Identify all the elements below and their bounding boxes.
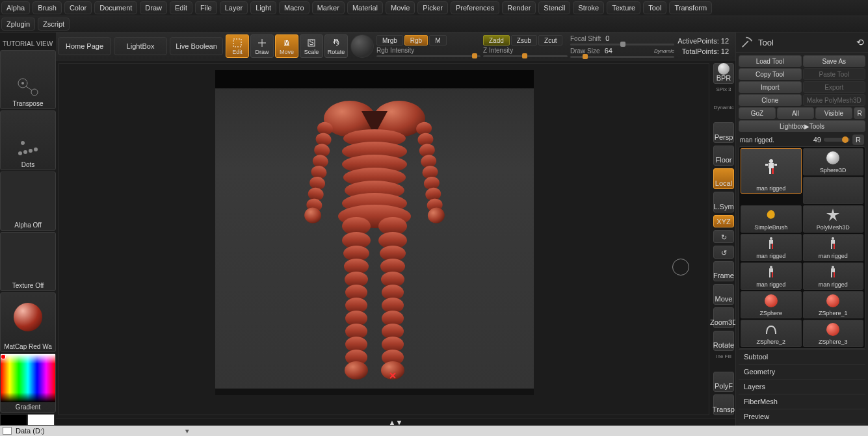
- menu-edit[interactable]: Edit: [170, 1, 192, 14]
- tool-item-man-rigged[interactable]: man rigged: [803, 234, 864, 261]
- menu-marker[interactable]: Marker: [312, 1, 345, 14]
- right-btn-load-tool[interactable]: Load Tool: [739, 55, 802, 67]
- menu-picker[interactable]: Picker: [417, 1, 448, 14]
- tool-item-man-rigged[interactable]: man rigged: [741, 263, 802, 290]
- live-boolean-button[interactable]: Live Boolean: [170, 37, 223, 55]
- vtool-xyz[interactable]: XYZ: [713, 215, 734, 228]
- menu-color[interactable]: Color: [64, 1, 92, 14]
- zadd-chip[interactable]: Zadd: [483, 35, 510, 45]
- menu-file[interactable]: File: [195, 1, 217, 14]
- home-page-button[interactable]: Home Page: [58, 37, 111, 55]
- right-btn-lightbox-tools[interactable]: Lightbox▶Tools: [739, 120, 865, 132]
- vtool-transp[interactable]: Transp: [713, 394, 734, 415]
- menu-zplugin[interactable]: Zplugin: [1, 18, 35, 31]
- vtool--[interactable]: ↺: [713, 246, 734, 259]
- menu-stroke[interactable]: Stroke: [573, 1, 604, 14]
- right-btn-import[interactable]: Import: [739, 81, 802, 93]
- menu-document[interactable]: Document: [94, 1, 137, 14]
- texture-tool[interactable]: Texture Off: [0, 232, 56, 291]
- menu-stencil[interactable]: Stencil: [538, 1, 570, 14]
- vtool-local[interactable]: Local: [713, 168, 734, 189]
- vtool--[interactable]: ↻: [713, 230, 734, 243]
- menu-texture[interactable]: Texture: [607, 1, 640, 14]
- menu-material[interactable]: Material: [347, 1, 383, 14]
- swatch-black[interactable]: [0, 414, 27, 426]
- viewport[interactable]: [215, 70, 534, 395]
- vtool-rotate[interactable]: Rotate: [713, 331, 734, 352]
- rgb-intensity-slider[interactable]: [376, 55, 480, 57]
- right-btn-copy-tool[interactable]: Copy Tool: [739, 68, 802, 80]
- section-fibermesh[interactable]: FiberMesh: [739, 394, 865, 409]
- vtool-persp[interactable]: Persp: [713, 122, 734, 143]
- drive-icon[interactable]: [3, 427, 12, 435]
- stroke-dots-tool[interactable]: Dots: [0, 110, 56, 170]
- right-btn-visible[interactable]: Visible: [815, 107, 852, 119]
- focal-shift-slider[interactable]: [570, 44, 674, 45]
- tool-item-zsphere_3[interactable]: ZSphere_3: [803, 320, 864, 347]
- tool-item-polymesh3d[interactable]: PolyMesh3D: [803, 205, 864, 233]
- menu-transform[interactable]: Transform: [669, 1, 712, 14]
- draw-mode-button[interactable]: Draw: [250, 34, 274, 58]
- z-intensity-slider[interactable]: [483, 55, 568, 57]
- vtool-move[interactable]: Move: [713, 284, 734, 305]
- m-chip[interactable]: M: [429, 35, 446, 45]
- menu-movie[interactable]: Movie: [386, 1, 415, 14]
- tool-slider[interactable]: [824, 138, 850, 142]
- tool-item-zsphere_1[interactable]: ZSphere_1: [803, 291, 864, 318]
- alpha-tool[interactable]: Alpha Off: [0, 172, 56, 231]
- r-button-small[interactable]: R: [852, 135, 864, 145]
- tool-item-sphere3d[interactable]: Sphere3D: [803, 148, 864, 175]
- right-btn-goz[interactable]: GoZ: [739, 107, 776, 119]
- scale-mode-button[interactable]: SScale: [300, 34, 323, 58]
- menu-brush[interactable]: Brush: [33, 1, 62, 14]
- zsub-chip[interactable]: Zsub: [511, 35, 537, 45]
- rotate-mode-button[interactable]: RRotate: [324, 34, 348, 58]
- right-btn-all[interactable]: All: [777, 107, 814, 119]
- color-picker[interactable]: Gradient: [0, 353, 56, 413]
- mrgb-chip[interactable]: Mrgb: [376, 35, 403, 45]
- edit-mode-button[interactable]: Edit: [226, 34, 249, 58]
- vtool-polyf[interactable]: PolyF: [713, 372, 734, 392]
- vtool-bpr[interactable]: BPR: [713, 63, 734, 84]
- menu-draw[interactable]: Draw: [140, 1, 167, 14]
- menu-zscript[interactable]: Zscript: [38, 18, 70, 31]
- vtool-l-sym[interactable]: L.Sym: [713, 192, 734, 212]
- menu-tool[interactable]: Tool: [643, 1, 666, 14]
- move-mode-button[interactable]: MMove: [275, 34, 298, 58]
- tool-item-zsphere_2[interactable]: ZSphere_2: [741, 320, 802, 347]
- menu-macro[interactable]: Macro: [279, 1, 309, 14]
- color-picker-handle[interactable]: [1, 354, 6, 359]
- tool-item-simplebrush[interactable]: SimpleBrush: [741, 205, 802, 233]
- tool-item-man-rigged[interactable]: man rigged: [803, 263, 864, 290]
- svg-point-86: [770, 266, 772, 268]
- section-layers[interactable]: Layers: [739, 379, 865, 394]
- menu-render[interactable]: Render: [502, 1, 536, 14]
- swatch-white[interactable]: [27, 414, 55, 426]
- section-geometry[interactable]: Geometry: [739, 364, 865, 379]
- right-btn-r[interactable]: R: [854, 107, 865, 119]
- vtool-frame[interactable]: Frame: [713, 261, 734, 282]
- draw-size-slider[interactable]: [570, 56, 674, 58]
- vtool-floor[interactable]: Floor: [713, 146, 734, 166]
- section-preview[interactable]: Preview: [739, 409, 865, 424]
- menu-preferences[interactable]: Preferences: [451, 1, 499, 14]
- section-subtool[interactable]: Subtool: [739, 349, 865, 364]
- tool-item-empty[interactable]: [803, 177, 864, 204]
- tool-item-man-rigged[interactable]: man rigged: [741, 148, 802, 194]
- menu-layer[interactable]: Layer: [220, 1, 248, 14]
- menu-light[interactable]: Light: [250, 1, 276, 14]
- gradient-sphere-icon[interactable]: [350, 34, 374, 58]
- menu-alpha[interactable]: Alpha: [1, 1, 30, 14]
- right-btn-clone[interactable]: Clone: [739, 94, 802, 106]
- zcut-chip[interactable]: Zcut: [538, 35, 562, 45]
- material-tool[interactable]: MatCap Red Wa: [0, 292, 56, 352]
- right-btn-save-as[interactable]: Save As: [803, 55, 866, 67]
- refresh-icon[interactable]: ⟲: [856, 37, 864, 47]
- vtool-zoom3d[interactable]: Zoom3D: [713, 307, 734, 328]
- transpose-tool[interactable]: Transpose: [0, 50, 56, 109]
- tool-item-man-rigged[interactable]: man rigged: [741, 234, 802, 261]
- rgb-chip[interactable]: Rgb: [404, 35, 428, 45]
- tool-item-zsphere[interactable]: ZSphere: [741, 291, 802, 318]
- lightbox-button[interactable]: LightBox: [114, 37, 167, 55]
- canvas[interactable]: [59, 63, 709, 415]
